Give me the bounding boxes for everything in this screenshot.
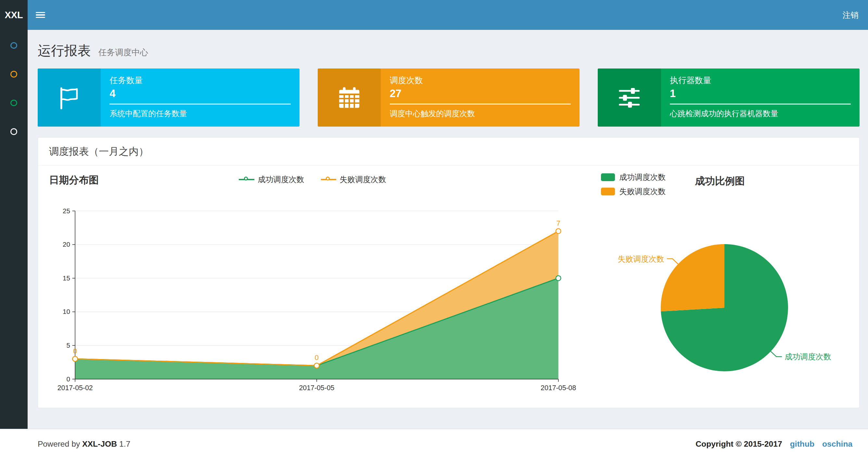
svg-text:成功调度次数: 成功调度次数 bbox=[784, 352, 831, 361]
page-title: 运行报表 bbox=[38, 43, 91, 58]
svg-text:0: 0 bbox=[315, 354, 319, 362]
svg-text:2017-05-05: 2017-05-05 bbox=[299, 384, 334, 392]
sidebar-menu-item-4[interactable] bbox=[0, 117, 28, 146]
page-subtitle: 任务调度中心 bbox=[98, 48, 148, 57]
sidebar-menu-item-3[interactable] bbox=[0, 89, 28, 118]
sidebar-menu-item-2[interactable] bbox=[0, 60, 28, 89]
main-content: 运行报表 任务调度中心 任务数量 4 系统中配置的任务数量 bbox=[28, 30, 868, 429]
circle-icon bbox=[10, 100, 17, 106]
svg-text:0: 0 bbox=[66, 375, 70, 383]
info-box-title: 任务数量 bbox=[110, 75, 290, 86]
svg-text:20: 20 bbox=[63, 240, 70, 248]
calendar-icon bbox=[318, 68, 381, 127]
info-box-job-count: 任务数量 4 系统中配置的任务数量 bbox=[38, 68, 300, 127]
copyright-area: Copyright © 2015-2017 github oschina bbox=[695, 439, 852, 449]
info-box-title: 调度次数 bbox=[390, 75, 571, 86]
circle-icon bbox=[10, 128, 17, 135]
divider bbox=[390, 103, 571, 104]
top-navbar: XXL 注销 bbox=[0, 0, 868, 30]
panel-body: 日期分布图 成功调度次数 失败调度次数 05101520252017-05-02… bbox=[38, 166, 860, 408]
flag-icon bbox=[38, 68, 101, 127]
info-box-number: 4 bbox=[110, 88, 290, 100]
info-box-executor-count: 执行器数量 1 心跳检测成功的执行器机器数量 bbox=[598, 68, 860, 127]
svg-text:25: 25 bbox=[63, 207, 70, 214]
page-header: 运行报表 任务调度中心 bbox=[38, 30, 860, 60]
svg-text:2017-05-02: 2017-05-02 bbox=[58, 384, 93, 392]
divider bbox=[670, 103, 851, 104]
footer: Powered by XXL-JOB 1.7 Copyright © 2015-… bbox=[0, 429, 868, 459]
svg-text:10: 10 bbox=[63, 308, 70, 315]
app-root: XXL 注销 运行报表 任务调度中心 bbox=[0, 0, 868, 459]
github-link[interactable]: github bbox=[790, 439, 814, 448]
success-ratio-pie-chart: 成功调度次数失败调度次数 bbox=[592, 166, 859, 408]
info-box-row: 任务数量 4 系统中配置的任务数量 bbox=[38, 68, 860, 127]
powered-by-text: Powered by XXL-JOB 1.7 bbox=[38, 439, 130, 449]
info-box-number: 27 bbox=[390, 88, 571, 100]
circle-icon bbox=[10, 71, 17, 77]
app-logo[interactable]: XXL bbox=[0, 0, 28, 30]
product-name: XXL-JOB bbox=[82, 439, 117, 448]
panel-header: 调度报表（一月之内） bbox=[38, 138, 860, 166]
copyright-text: Copyright © 2015-2017 bbox=[695, 439, 782, 448]
info-box-number: 1 bbox=[670, 88, 851, 100]
divider bbox=[110, 103, 290, 104]
sliders-icon bbox=[598, 68, 661, 127]
svg-text:2017-05-08: 2017-05-08 bbox=[540, 384, 576, 392]
report-panel: 调度报表（一月之内） 日期分布图 成功调度次数 失败调度次数 bbox=[38, 137, 860, 408]
sidebar-toggle-button[interactable] bbox=[28, 0, 53, 30]
menu-icon bbox=[36, 10, 45, 19]
sidebar bbox=[0, 30, 28, 429]
date-distribution-chart: 05101520252017-05-022017-05-052017-05-08… bbox=[38, 166, 597, 408]
panel-title: 调度报表（一月之内） bbox=[49, 146, 149, 157]
svg-text:失败调度次数: 失败调度次数 bbox=[618, 254, 664, 263]
version: 1.7 bbox=[119, 439, 130, 448]
logout-link[interactable]: 注销 bbox=[833, 0, 868, 30]
info-box-description: 调度中心触发的调度次数 bbox=[390, 108, 571, 119]
info-box-description: 系统中配置的任务数量 bbox=[110, 108, 290, 119]
oschina-link[interactable]: oschina bbox=[822, 439, 852, 448]
svg-text:15: 15 bbox=[63, 274, 70, 282]
circle-icon bbox=[10, 42, 17, 49]
svg-text:5: 5 bbox=[66, 341, 70, 349]
sidebar-menu-item-1[interactable] bbox=[0, 31, 28, 60]
svg-text:7: 7 bbox=[556, 219, 560, 227]
info-box-description: 心跳检测成功的执行器机器数量 bbox=[670, 108, 851, 119]
svg-text:0: 0 bbox=[73, 347, 77, 355]
info-box-title: 执行器数量 bbox=[670, 75, 851, 86]
info-box-trigger-count: 调度次数 27 调度中心触发的调度次数 bbox=[318, 68, 580, 127]
